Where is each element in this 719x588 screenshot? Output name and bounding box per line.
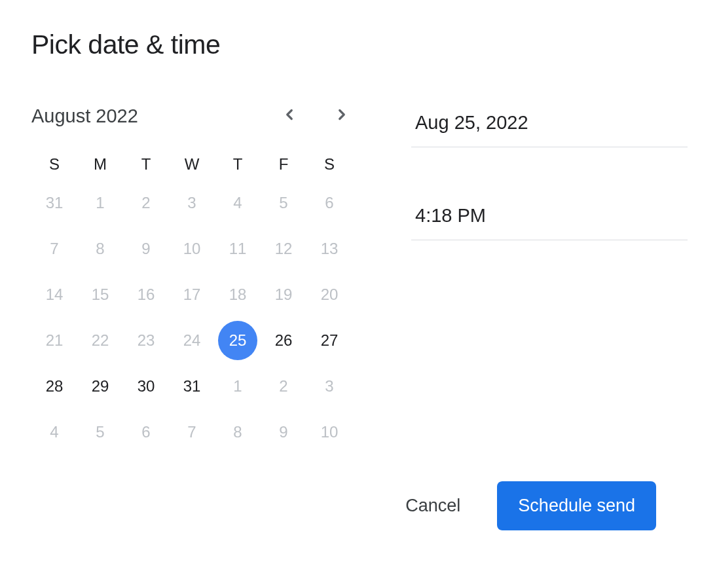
calendar-day[interactable]: 11	[215, 226, 261, 272]
calendar-day[interactable]: 5	[77, 409, 123, 455]
calendar-day[interactable]: 1	[77, 180, 123, 226]
calendar-day[interactable]: 7	[31, 226, 77, 272]
next-month-button[interactable]	[329, 103, 355, 129]
calendar-panel: August 2022 SMTWTFS311234567891011121314…	[31, 103, 352, 455]
calendar-day[interactable]: 18	[215, 272, 261, 318]
prev-month-button[interactable]	[276, 103, 303, 129]
calendar-day[interactable]: 22	[77, 318, 123, 363]
calendar-day[interactable]: 14	[31, 272, 77, 318]
calendar-day[interactable]: 13	[306, 226, 352, 272]
calendar-day[interactable]: 2	[261, 363, 306, 409]
calendar-day[interactable]: 31	[169, 363, 215, 409]
month-label: August 2022	[31, 105, 138, 127]
calendar-day[interactable]: 10	[306, 409, 352, 455]
calendar-day[interactable]: 10	[169, 226, 215, 272]
weekday-label: M	[77, 149, 123, 180]
calendar-day[interactable]: 20	[306, 272, 352, 318]
calendar-day[interactable]: 30	[123, 363, 169, 409]
calendar-day[interactable]: 4	[215, 180, 261, 226]
calendar-day[interactable]: 17	[169, 272, 215, 318]
calendar-day[interactable]: 21	[31, 318, 77, 363]
calendar-day[interactable]: 8	[215, 409, 261, 455]
calendar-day[interactable]: 3	[169, 180, 215, 226]
calendar-day[interactable]: 5	[261, 180, 306, 226]
chevron-left-icon	[281, 106, 298, 126]
calendar-day[interactable]: 6	[306, 180, 352, 226]
calendar-day[interactable]: 1	[215, 363, 261, 409]
calendar-day[interactable]: 24	[169, 318, 215, 363]
calendar-day[interactable]: 15	[77, 272, 123, 318]
dialog-title: Pick date & time	[31, 29, 688, 60]
date-input[interactable]	[411, 107, 688, 147]
cancel-button[interactable]: Cancel	[401, 488, 464, 524]
calendar-day[interactable]: 8	[77, 226, 123, 272]
inputs-panel	[411, 103, 688, 455]
calendar-day[interactable]: 16	[123, 272, 169, 318]
calendar-day[interactable]: 12	[261, 226, 306, 272]
calendar-day[interactable]: 19	[261, 272, 306, 318]
calendar-day[interactable]: 29	[77, 363, 123, 409]
calendar-day[interactable]: 6	[123, 409, 169, 455]
calendar-day[interactable]: 9	[123, 226, 169, 272]
calendar-day[interactable]: 23	[123, 318, 169, 363]
time-input[interactable]	[411, 200, 688, 240]
weekday-label: T	[215, 149, 261, 180]
schedule-send-button[interactable]: Schedule send	[497, 481, 656, 530]
weekday-label: S	[31, 149, 77, 180]
weekday-label: T	[123, 149, 169, 180]
calendar-day[interactable]: 25	[215, 318, 261, 363]
calendar-day[interactable]: 4	[31, 409, 77, 455]
weekday-label: F	[261, 149, 306, 180]
calendar-grid: SMTWTFS311234567891011121314151617181920…	[31, 149, 352, 455]
calendar-day[interactable]: 2	[123, 180, 169, 226]
calendar-day[interactable]: 7	[169, 409, 215, 455]
calendar-day[interactable]: 9	[261, 409, 306, 455]
calendar-day[interactable]: 27	[306, 318, 352, 363]
calendar-day[interactable]: 28	[31, 363, 77, 409]
weekday-label: W	[169, 149, 215, 180]
calendar-day[interactable]: 3	[306, 363, 352, 409]
calendar-day[interactable]: 31	[31, 180, 77, 226]
calendar-day[interactable]: 26	[261, 318, 306, 363]
weekday-label: S	[306, 149, 352, 180]
chevron-right-icon	[333, 106, 350, 126]
